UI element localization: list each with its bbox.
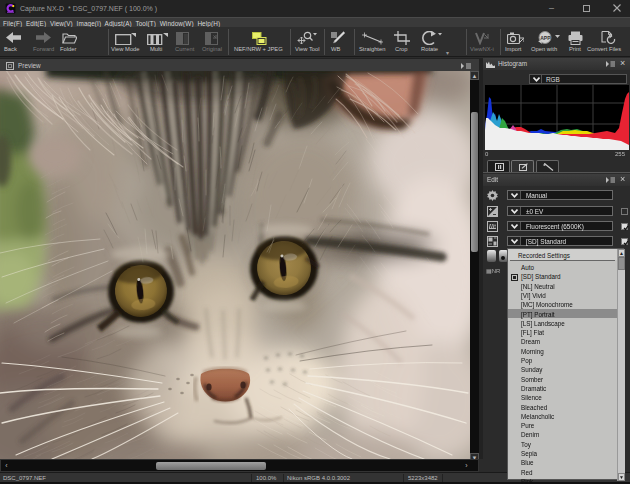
svg-text:APP: APP — [540, 35, 551, 41]
svg-text:WB: WB — [489, 224, 497, 229]
